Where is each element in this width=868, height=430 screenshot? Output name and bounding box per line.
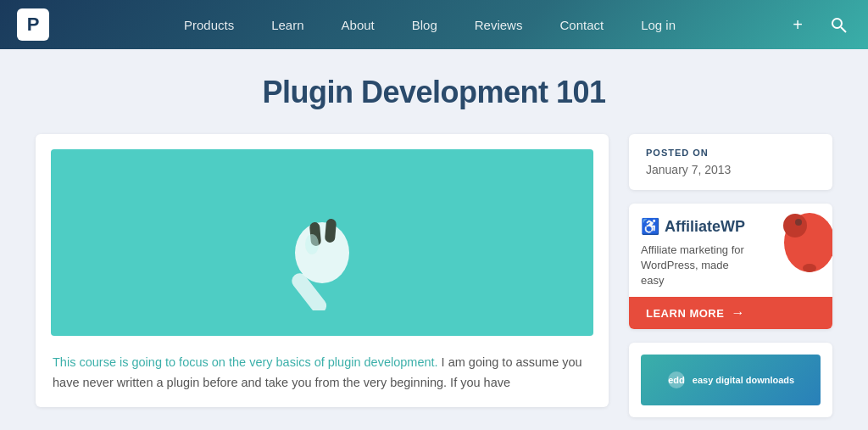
edd-card: edd easy digital downloads	[629, 343, 832, 417]
svg-point-9	[803, 264, 816, 272]
nav-link-about[interactable]: About	[323, 0, 393, 49]
plug-illustration	[254, 175, 390, 310]
edd-background: edd easy digital downloads	[641, 355, 821, 405]
nav-link-contact[interactable]: Contact	[541, 0, 622, 49]
svg-point-8	[783, 214, 807, 237]
article-text: This course is going to focus on the ver…	[36, 336, 609, 407]
article-highlight: This course is going to focus on the ver…	[53, 355, 438, 369]
plus-button[interactable]: +	[785, 12, 810, 37]
svg-point-0	[832, 19, 842, 28]
affiliate-inner: ♿ AffiliateWP Affiliate marketing for Wo…	[629, 204, 832, 297]
posted-label: POSTED ON	[646, 148, 815, 158]
affiliate-tagline: Affiliate marketing for WordPress, made …	[641, 243, 751, 289]
affiliate-learn-more-button[interactable]: LEARN MORE →	[629, 297, 832, 329]
edd-logo-icon: edd	[667, 371, 686, 389]
edd-text: easy digital downloads	[693, 375, 794, 385]
arrow-icon: →	[731, 305, 745, 321]
affiliate-card: ♿ AffiliateWP Affiliate marketing for Wo…	[629, 204, 832, 329]
logo-letter: P	[27, 14, 40, 36]
main-card: This course is going to focus on the ver…	[36, 134, 609, 407]
affiliate-icon: ♿	[641, 217, 659, 236]
posted-card: POSTED ON January 7, 2013	[629, 134, 832, 190]
nav-logo[interactable]: P	[17, 8, 49, 41]
nav-link-reviews[interactable]: Reviews	[456, 0, 542, 49]
svg-point-10	[795, 219, 802, 226]
search-button[interactable]	[826, 12, 851, 37]
page-wrapper: Plugin Development 101 This co	[19, 49, 849, 430]
nav-link-learn[interactable]: Learn	[253, 0, 322, 49]
content-layout: This course is going to focus on the ver…	[36, 134, 832, 417]
sidebar: POSTED ON January 7, 2013 ♿ AffiliateWP …	[629, 134, 832, 417]
nav-link-blog[interactable]: Blog	[393, 0, 456, 49]
nav-actions: +	[785, 12, 851, 37]
svg-text:edd: edd	[668, 375, 685, 385]
main-nav: P Products Learn About Blog Reviews Cont…	[0, 0, 868, 49]
search-icon	[830, 16, 847, 33]
posted-date: January 7, 2013	[646, 163, 815, 176]
affiliate-name: AffiliateWP	[665, 218, 745, 236]
svg-line-1	[841, 27, 846, 32]
affiliate-pig-icon	[763, 204, 832, 276]
svg-point-2	[295, 222, 349, 283]
nav-links: Products Learn About Blog Reviews Contac…	[75, 0, 785, 49]
page-title: Plugin Development 101	[36, 75, 832, 110]
nav-link-products[interactable]: Products	[165, 0, 253, 49]
nav-link-login[interactable]: Log in	[622, 0, 694, 49]
plugin-hero-image	[51, 149, 593, 336]
svg-point-6	[305, 234, 319, 254]
